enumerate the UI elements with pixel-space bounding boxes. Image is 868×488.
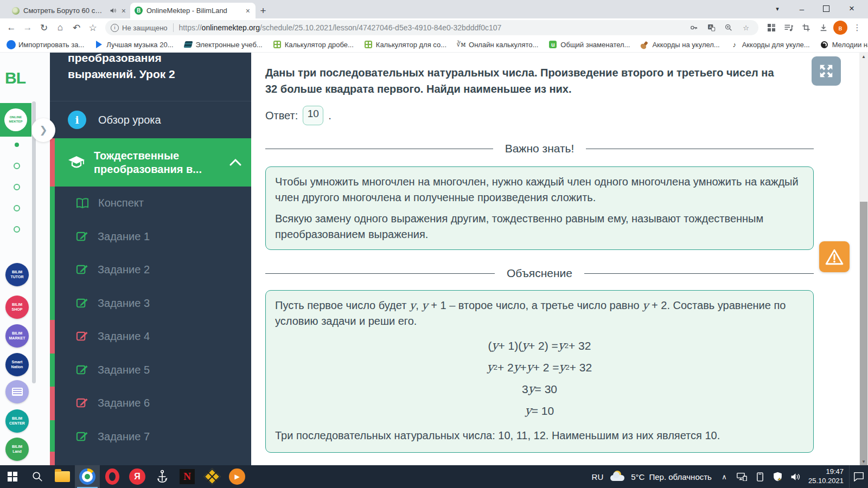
home-icon[interactable]: ⌂ [52,20,68,35]
rail-scrollbar[interactable] [32,101,36,383]
fullscreen-button[interactable] [812,56,841,86]
taskbar-search-button[interactable] [25,465,50,488]
tab-boruto[interactable]: Смотреть Боруто 60 серия × [8,3,131,18]
reload-icon[interactable]: ↻ [36,20,52,35]
bookmark-item[interactable]: Лучшая музыка 20... [94,40,173,49]
network-icon[interactable] [737,472,748,481]
app-bilim-center[interactable]: BILIM CENTER [5,409,29,433]
zoom-icon[interactable] [722,23,736,32]
browser-icon [79,468,95,485]
sidebar-item-overview[interactable]: i Обзор урока [50,101,251,138]
scroll-down-icon[interactable]: ▼ [859,458,868,465]
address-bar[interactable]: i Не защищено https://onlinemektep.org/s… [105,20,758,35]
step-dot-active[interactable] [15,143,19,147]
tab-onlinemektep[interactable]: B OnlineMektep - BilimLand × [130,3,256,18]
divider-line [586,149,814,149]
onlinemektep-tile[interactable]: ONLINE MEKTEP [0,103,31,137]
undo-icon[interactable]: ↶ [68,20,85,35]
tray-chevron-icon[interactable]: ∧ [719,473,730,481]
answer-input[interactable]: 10 [303,106,323,125]
close-icon[interactable]: × [245,7,251,15]
volume-icon[interactable] [790,472,801,481]
sidebar-item-task7[interactable]: Задание 7 [50,420,251,454]
crop-icon[interactable] [799,20,814,35]
profile-avatar[interactable]: в [833,21,847,35]
scrollbar-thumb[interactable] [860,202,867,465]
report-error-button[interactable] [819,241,850,272]
window-menu-arrow-icon[interactable]: ▾ [769,0,786,17]
app-bilim-shop[interactable]: BILIM SHOP [5,296,29,319]
back-icon[interactable]: ← [3,20,20,35]
extensions-grid-icon[interactable] [764,20,779,35]
new-tab-button[interactable]: + [256,4,270,18]
scroll-up-icon[interactable]: ▲ [859,53,868,60]
onlinemektep-logo: ONLINE MEKTEP [4,108,27,131]
bookmark-item[interactable]: Импортировать за... [7,40,84,49]
sidebar-item-task2[interactable]: Задание 2 [50,253,251,287]
bookmark-item[interactable]: Электронные учеб... [184,40,263,49]
download-icon[interactable] [816,20,831,35]
app-smart-nation[interactable]: Smart Nation [5,353,29,376]
security-shield-icon[interactable] [773,472,783,481]
app-bilim-market[interactable]: BILIM MARKET [5,324,29,348]
sidebar-item-konspekt[interactable]: Конспект [50,187,251,220]
url-domain: onlinemektep.org [202,23,260,32]
usb-device-icon[interactable] [755,472,765,481]
step-dot[interactable] [14,184,20,190]
audio-speaker-icon[interactable] [110,7,117,14]
language-indicator[interactable]: RU [592,472,604,481]
notification-center-button[interactable] [849,465,868,488]
bookmark-item[interactable]: Мелодии на гитаре... [820,40,868,49]
sidebar-item-task6[interactable]: Задание 6 [50,387,251,420]
app-bilim-tutor[interactable]: BILIM TUTOR [5,263,29,286]
restore-button[interactable] [814,0,838,17]
taskbar-compass-app[interactable] [200,465,225,488]
taskbar-orange-app[interactable]: ▶ [225,465,250,488]
music-list-icon[interactable] [781,20,796,35]
sidebar-item-task5[interactable]: Задание 5 [50,354,251,387]
bookmark-label: Мелодии на гитаре... [832,41,868,49]
bookmark-item[interactable]: Калькулятор для со... [364,40,446,49]
page-scrollbar[interactable]: ▲ ▼ [859,53,868,465]
taskbar-anchor-app[interactable] [150,465,175,488]
star-icon[interactable]: ☆ [739,24,753,32]
weather-condition: Пер. облачность [649,472,711,481]
bookmark-label: Калькулятор для со... [376,41,446,49]
close-window-button[interactable]: × [840,0,864,17]
start-button[interactable] [0,465,25,488]
sidebar-item-topic-active[interactable]: Тождественные преобразования в... [50,138,251,187]
bookmark-item[interactable]: ∛мОнлайн калькулято... [457,40,538,49]
browser-menu-icon[interactable]: ⋮ [850,20,865,35]
task-edit-icon [76,297,88,310]
translate-icon[interactable]: A [704,23,718,32]
bookmark-star-icon[interactable]: ☆ [85,20,101,35]
bookmark-item[interactable]: uОбщий знаменател... [548,40,630,49]
page-info-icon[interactable]: i [111,24,119,32]
minimize-button[interactable]: – [790,0,814,17]
step-dot[interactable] [14,226,20,233]
sidebar-item-task3[interactable]: Задание 3 [50,287,251,320]
step-dot[interactable] [14,205,20,211]
app-bilim-land[interactable]: BILIM Land [5,438,29,461]
app-news[interactable] [5,380,29,403]
bookmark-item[interactable]: Аккорды на укулел... [640,40,719,49]
forward-icon[interactable]: → [20,20,36,35]
taskbar-browser-active[interactable] [75,465,100,488]
sidebar-toggle-chevron-icon[interactable]: ❯ [31,118,55,142]
bookmark-item[interactable]: Калькулятор дробе... [273,40,354,49]
taskbar-opera[interactable] [100,465,125,488]
bookmark-label: Импортировать за... [18,41,84,49]
sidebar-item-task1[interactable]: Задание 1 [50,220,251,254]
taskbar-netflix[interactable]: N [175,465,200,488]
sidebar-item-task4[interactable]: Задание 4 [50,320,251,354]
taskbar-yandex[interactable]: Я [125,465,150,488]
close-icon[interactable]: × [120,7,127,15]
divider-line [265,149,493,149]
taskbar-file-explorer[interactable] [50,465,75,488]
step-dot[interactable] [14,163,20,169]
key-icon[interactable] [687,23,701,32]
problem-statement: Даны три последовательных натуральных чи… [265,65,782,97]
taskbar-clock[interactable]: 19:47 25.10.2021 [808,467,844,486]
weather-widget[interactable]: 5°C Пер. облачность [610,471,712,483]
bookmark-item[interactable]: ♪Аккорды для укуле... [730,40,810,49]
